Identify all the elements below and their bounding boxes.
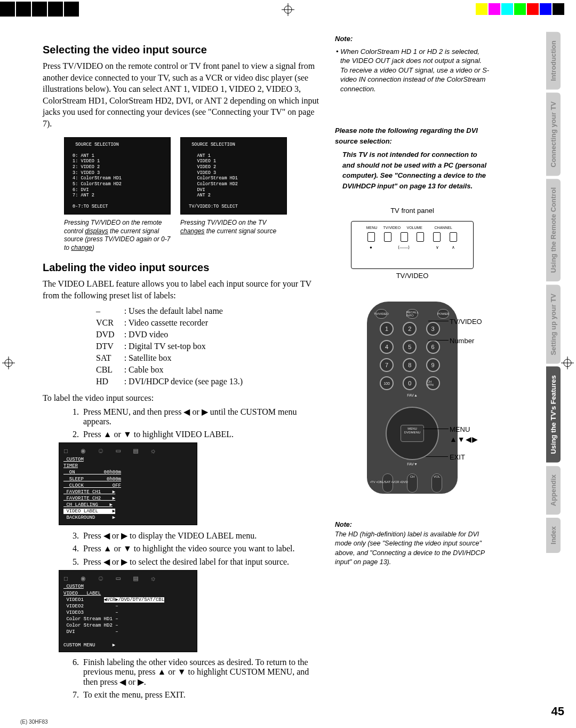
main-content: Selecting the video input source Press T… xyxy=(43,34,325,703)
caption-remote: Pressing TV/VIDEO on the remote control … xyxy=(64,219,171,252)
dvi-note-heading: Please note the following regarding the … xyxy=(335,125,490,146)
steps-list-3: Finish labeling the other video sources … xyxy=(81,658,325,700)
remote-power-button: POWER xyxy=(437,309,449,319)
para-labeling: The VIDEO LABEL feature allows you to la… xyxy=(43,278,325,301)
heading-labeling: Labeling the video input sources xyxy=(43,262,325,274)
section-tabs: Introduction Connecting your TV Using th… xyxy=(546,32,576,556)
table-row: –: Uses the default label name xyxy=(92,306,247,316)
list-item: Press ◀ or ▶ to display the VIDEO LABEL … xyxy=(81,531,325,541)
tab-features[interactable]: Using the TV's Features xyxy=(546,367,561,463)
note-body: • When ColorStream HD 1 or HD 2 is selec… xyxy=(335,47,490,94)
callout-arrows: ▲▼◀▶ xyxy=(450,435,478,444)
remote-mode-labels: •TV •CBL/SAT •VCR •DVD xyxy=(370,480,408,484)
note-hd-label: Note: The HD (high-definition) label is … xyxy=(335,520,490,567)
steps-list-2: Press ◀ or ▶ to display the VIDEO LABEL … xyxy=(81,531,325,567)
dvi-note-body: This TV is not intended for connection t… xyxy=(335,149,490,191)
label-preset-table: –: Uses the default label name VCR: Vide… xyxy=(91,305,248,388)
remote-control-diagram: TV/VIDEO RECALL INFO POWER 123 456 789 1… xyxy=(367,302,458,494)
sidebar-notes: Note: • When ColorStream HD 1 or HD 2 is… xyxy=(335,34,490,703)
remote-recall-button: RECALL INFO xyxy=(406,309,418,319)
menu-screenshot-video-label: ☐ ◉ ☺ ▭ ▤ ☼ CUSTOM VIDEO LABEL VIDEO1 ◀V… xyxy=(59,570,197,652)
tab-appendix[interactable]: Appendix xyxy=(546,466,561,515)
front-panel-title: TV front panel xyxy=(335,206,490,216)
table-row: SAT: Satellite box xyxy=(92,353,247,363)
para-selecting-input: Press TV/VIDEO on the remote control or … xyxy=(43,60,325,130)
tab-setting-up[interactable]: Setting up your TV xyxy=(546,285,561,364)
osd-remote-source-selection: SOURCE SELECTION 0: ANT 1 1: VIDEO 1 2: … xyxy=(64,137,171,215)
table-row: VCR: Video cassette recorder xyxy=(92,318,247,328)
front-panel-caption: TV/VIDEO xyxy=(335,271,490,281)
remote-menu-button: MENU DVDMENU xyxy=(401,425,424,442)
table-row: HD: DVI/HDCP device (see page 13.) xyxy=(92,376,247,387)
table-row: DTV: Digital TV set-top box xyxy=(92,341,247,352)
lead-steps: To label the video input sources: xyxy=(43,392,325,404)
remote-dpad: MENU DVDMENU xyxy=(386,407,439,460)
list-item: Finish labeling the other video sources … xyxy=(81,658,325,687)
top-registration-mark xyxy=(282,3,294,18)
table-row: DVD: DVD video xyxy=(92,329,247,340)
list-item: Press ▲ or ▼ to highlight VIDEO LABEL. xyxy=(81,430,325,439)
list-item: Press ◀ or ▶ to select the desired label… xyxy=(81,557,325,567)
osd-tv-source-selection: SOURCE SELECTION ANT 1 VIDEO 1 VIDEO 2 V… xyxy=(180,137,287,215)
heading-selecting-input: Selecting the video input source xyxy=(43,44,325,56)
menu-screenshot-custom: ☐ ◉ ☺ ▭ ▤ ☼ CUSTOM TIMER ON 00h00m SLEEP… xyxy=(59,442,197,525)
tv-front-panel-diagram: MENUTV/VIDEOVOLUMECHANNEL ●⟨——⟩∨∧ xyxy=(351,221,474,269)
callout-menu: MENU xyxy=(450,425,470,433)
table-row: CBL: Cable box xyxy=(92,365,247,375)
tab-connecting[interactable]: Connecting your TV xyxy=(546,93,561,176)
remote-diagram-wrap: TV/VIDEO RECALL INFO POWER 123 456 789 1… xyxy=(335,302,490,504)
left-registration-mark xyxy=(2,357,15,371)
callout-exit: EXIT xyxy=(450,453,465,461)
list-item: Press ▲ or ▼ to highlight the video sour… xyxy=(81,544,325,553)
list-item: To exit the menu, press EXIT. xyxy=(81,690,325,700)
remote-tvvideo-button: TV/VIDEO xyxy=(375,309,387,319)
remote-numpad: 123 456 789 1000CH RTN xyxy=(380,322,445,390)
tab-remote[interactable]: Using the Remote Control xyxy=(546,179,561,281)
steps-list: Press MENU, and then press ◀ or ▶ until … xyxy=(81,407,325,439)
tab-introduction[interactable]: Introduction xyxy=(546,32,561,90)
callout-number: Number xyxy=(450,337,474,345)
tab-index[interactable]: Index xyxy=(546,518,561,553)
footer-code: (E) 30HF83 xyxy=(20,719,48,725)
page-number: 45 xyxy=(551,705,564,718)
callout-tvvideo: TV/VIDEO xyxy=(450,318,482,326)
list-item: Press MENU, and then press ◀ or ▶ until … xyxy=(81,407,325,426)
caption-tv: Pressing TV/VIDEO on the TV changes the … xyxy=(180,219,287,252)
note-heading: Note: xyxy=(335,34,490,44)
